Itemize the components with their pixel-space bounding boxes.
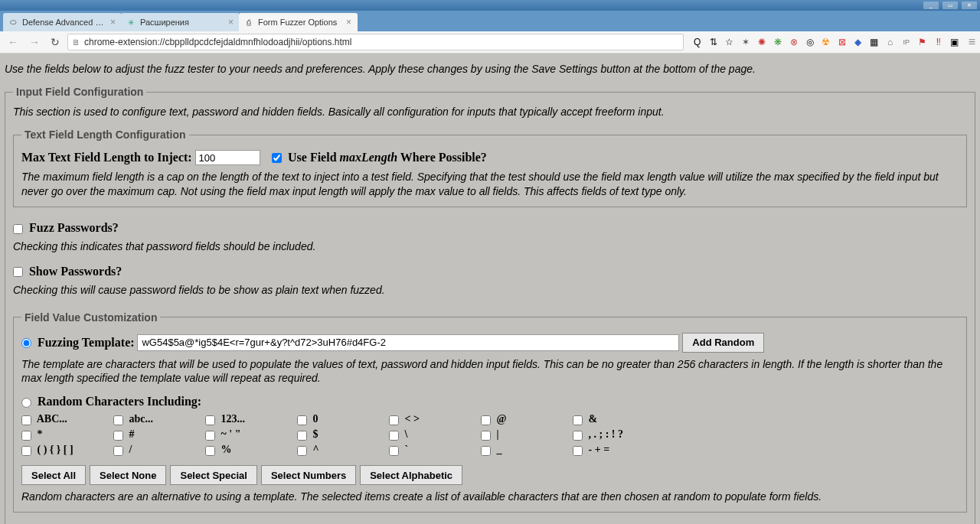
char-checkbox[interactable]: [113, 431, 123, 441]
char-checkbox[interactable]: [573, 446, 583, 456]
char-option[interactable]: `: [389, 444, 481, 456]
char-checkbox[interactable]: [389, 415, 399, 425]
char-checkbox[interactable]: [481, 415, 491, 425]
fuzzing-template-radio[interactable]: [21, 338, 31, 348]
legend-textlen: Text Field Length Configuration: [21, 129, 189, 141]
char-option[interactable]: ABC...: [21, 413, 113, 425]
window-minimize[interactable]: _: [923, 2, 939, 9]
ext-icon[interactable]: ☆: [724, 36, 736, 48]
char-option[interactable]: /: [113, 444, 205, 456]
close-icon[interactable]: ×: [110, 17, 116, 28]
window-maximize[interactable]: ▭: [942, 2, 958, 9]
fuzz-passwords-desc: Checking this indicates that password fi…: [13, 239, 967, 254]
char-option[interactable]: *: [21, 428, 113, 441]
char-option[interactable]: #: [113, 428, 205, 441]
ext-icon[interactable]: ◎: [804, 36, 816, 48]
char-option[interactable]: abc...: [113, 413, 205, 425]
use-maxlength-checkbox[interactable]: [272, 153, 282, 163]
close-icon[interactable]: ×: [228, 17, 234, 28]
extension-icons: Q ⇅ ☆ ✶ ✺ ❋ ⊗ ◎ ☢ ⊠ ◆ ▦ ⌂ IP ⚑ ‼ ▣: [688, 36, 964, 48]
template-desc: The template are characters that will be…: [21, 357, 959, 386]
char-checkbox[interactable]: [297, 431, 307, 441]
char-option[interactable]: - + =: [573, 444, 680, 456]
show-passwords-checkbox[interactable]: [13, 267, 23, 277]
char-option[interactable]: 0: [297, 413, 389, 425]
char-option[interactable]: ^: [297, 444, 389, 456]
char-checkbox[interactable]: [573, 415, 583, 425]
ext-icon[interactable]: ⊠: [836, 36, 848, 48]
char-label: $: [310, 428, 318, 440]
forward-button[interactable]: →: [26, 36, 43, 48]
ext-icon[interactable]: ▣: [949, 36, 961, 48]
close-icon[interactable]: ×: [346, 17, 351, 28]
char-checkbox[interactable]: [113, 446, 123, 456]
random-characters-radio[interactable]: [21, 398, 31, 408]
char-checkbox[interactable]: [21, 446, 31, 456]
char-option[interactable]: $: [297, 428, 389, 441]
ext-icon[interactable]: ‼: [933, 36, 945, 48]
char-option[interactable]: ~ ' ": [205, 428, 297, 441]
char-option[interactable]: 123...: [205, 413, 297, 425]
page-content: Use the fields below to adjust the fuzz …: [0, 54, 980, 524]
ext-icon[interactable]: Q: [691, 36, 704, 48]
char-checkbox[interactable]: [481, 431, 491, 441]
back-button[interactable]: ←: [5, 36, 21, 48]
tab-options[interactable]: ⎙ Form Fuzzer Options ×: [239, 13, 358, 31]
ext-icon[interactable]: ▦: [868, 36, 880, 48]
char-option[interactable]: ( ) { } [ ]: [21, 444, 113, 456]
char-option[interactable]: @: [481, 413, 573, 425]
page-icon: 🗎: [72, 37, 80, 47]
select-select-special-button[interactable]: Select Special: [170, 465, 256, 485]
char-option[interactable]: < >: [389, 413, 481, 425]
char-checkbox[interactable]: [297, 415, 307, 425]
char-checkbox[interactable]: [573, 431, 583, 441]
char-option[interactable]: |: [481, 428, 573, 441]
select-select-alphabetic-button[interactable]: Select Alphabetic: [360, 465, 462, 485]
char-checkbox[interactable]: [389, 446, 399, 456]
ext-icon[interactable]: ◆: [852, 36, 864, 48]
browser-tabstrip: ⬭ Defense Advanced Resear × ✳ Расширения…: [0, 11, 980, 31]
ext-icon[interactable]: ✶: [740, 36, 752, 48]
char-checkbox[interactable]: [205, 415, 215, 425]
window-close[interactable]: ✕: [962, 2, 977, 9]
char-option[interactable]: , . ; : ! ?: [573, 428, 680, 441]
ext-icon[interactable]: ☢: [820, 36, 832, 48]
char-checkbox[interactable]: [21, 415, 31, 425]
char-label: /: [126, 444, 132, 455]
char-option[interactable]: \: [389, 428, 481, 441]
ext-icon[interactable]: IP: [900, 36, 913, 48]
char-checkbox[interactable]: [481, 446, 491, 456]
ext-icon[interactable]: ⇅: [707, 36, 720, 48]
char-checkbox[interactable]: [297, 446, 307, 456]
ext-icon[interactable]: ❋: [772, 36, 784, 48]
char-option[interactable]: %: [205, 444, 297, 456]
reload-button[interactable]: ↻: [47, 36, 63, 48]
select-select-numbers-button[interactable]: Select Numbers: [261, 465, 356, 485]
char-label: *: [34, 428, 43, 440]
tab-label: Form Fuzzer Options: [258, 18, 343, 27]
ext-icon[interactable]: ⌂: [884, 36, 897, 48]
max-length-input[interactable]: [195, 150, 260, 165]
ext-icon[interactable]: ⊗: [788, 36, 800, 48]
show-passwords-label: Show Passwords?: [29, 265, 122, 278]
char-checkbox[interactable]: [205, 431, 215, 441]
select-select-none-button[interactable]: Select None: [90, 465, 166, 485]
char-checkbox[interactable]: [205, 446, 215, 456]
select-select-all-button[interactable]: Select All: [21, 465, 86, 485]
address-bar[interactable]: 🗎 chrome-extension://cbpplldpcdcfejdaldm…: [67, 34, 684, 50]
fuzzing-template-input[interactable]: [137, 334, 679, 351]
tab-extensions[interactable]: ✳ Расширения ×: [121, 13, 240, 31]
ext-icon[interactable]: ✺: [756, 36, 768, 48]
ext-icon[interactable]: ⚑: [916, 36, 929, 48]
fuzz-passwords-checkbox[interactable]: [13, 224, 23, 234]
browser-toolbar: ← → ↻ 🗎 chrome-extension://cbpplldpcdcfe…: [0, 31, 980, 54]
chrome-menu-icon[interactable]: ≡: [969, 35, 975, 49]
url-text: chrome-extension://cbpplldpcdcfejdaldmnf…: [84, 37, 352, 47]
char-option[interactable]: _: [481, 444, 573, 456]
char-checkbox[interactable]: [21, 431, 31, 441]
char-checkbox[interactable]: [389, 431, 399, 441]
tab-defense[interactable]: ⬭ Defense Advanced Resear ×: [3, 13, 122, 31]
char-checkbox[interactable]: [113, 415, 123, 425]
char-option[interactable]: &: [573, 413, 680, 425]
add-random-button[interactable]: Add Random: [682, 333, 764, 353]
